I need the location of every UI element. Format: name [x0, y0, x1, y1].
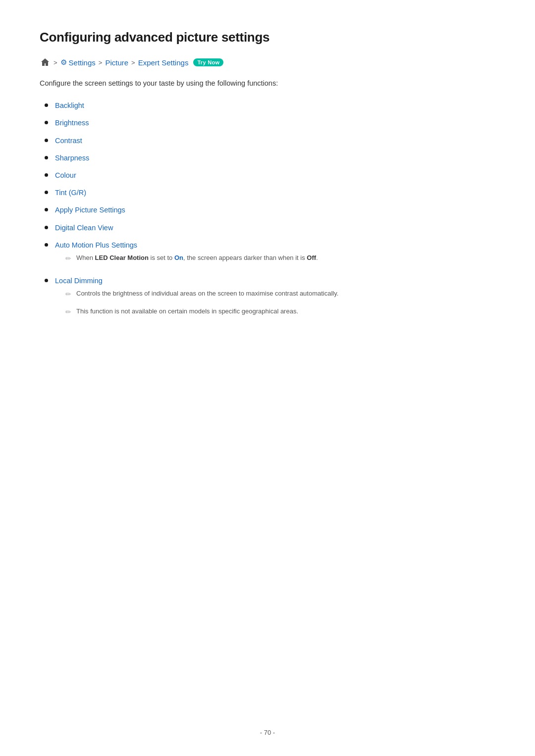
bullet-dot — [45, 121, 48, 124]
bullet-dot — [45, 139, 48, 142]
list-item-label[interactable]: Tint (G/R) — [55, 187, 86, 199]
auto-motion-note: ✏ When LED Clear Motion is set to On, th… — [65, 253, 318, 264]
breadcrumb: > ⚙ Settings > Picture > Expert Settings… — [40, 57, 446, 68]
list-item-local-dimming: Local Dimming ✏ Controls the brightness … — [45, 275, 446, 323]
bullet-dot — [45, 156, 48, 159]
list-item-label[interactable]: Auto Motion Plus Settings — [55, 240, 137, 251]
gear-icon: ⚙ — [60, 58, 67, 67]
local-dimming-note-2: ✏ This function is not available on cert… — [65, 306, 298, 318]
pencil-icon: ✏ — [65, 253, 71, 264]
breadcrumb-picture-label[interactable]: Picture — [105, 58, 128, 67]
bullet-dot — [45, 243, 48, 247]
list-item-tint: Tint (G/R) — [45, 187, 446, 199]
breadcrumb-settings: ⚙ Settings — [60, 58, 96, 67]
list-item-label[interactable]: Brightness — [55, 117, 89, 129]
list-item-sharpness: Sharpness — [45, 152, 446, 164]
page-title: Configuring advanced picture settings — [40, 30, 446, 45]
list-item-label[interactable]: Contrast — [55, 135, 82, 147]
pencil-icon: ✏ — [65, 307, 71, 318]
bullet-dot — [45, 226, 48, 229]
feature-list: Backlight Brightness Contrast Sharpness … — [45, 100, 446, 323]
list-item-label[interactable]: Sharpness — [55, 152, 89, 164]
local-dimming-note-text-1: Controls the brightness of individual ar… — [76, 289, 338, 299]
bullet-dot — [45, 279, 48, 282]
list-item-brightness: Brightness — [45, 117, 446, 129]
list-item-label[interactable]: Digital Clean View — [55, 222, 113, 234]
bullet-dot — [45, 208, 48, 211]
page-number: - 70 - — [260, 729, 275, 736]
breadcrumb-settings-label[interactable]: Settings — [69, 58, 96, 67]
home-icon — [40, 57, 51, 68]
breadcrumb-sep-1: > — [54, 59, 57, 66]
list-item-colour: Colour — [45, 170, 446, 181]
list-item-label[interactable]: Backlight — [55, 100, 84, 111]
list-item-label[interactable]: Apply Picture Settings — [55, 204, 125, 216]
page-footer: - 70 - — [0, 729, 535, 736]
local-dimming-note-text-2: This function is not available on certai… — [76, 306, 298, 316]
breadcrumb-expert-label[interactable]: Expert Settings — [138, 58, 189, 67]
list-item-digital-clean: Digital Clean View — [45, 222, 446, 234]
list-item-contrast: Contrast — [45, 135, 446, 147]
list-item-backlight: Backlight — [45, 100, 446, 111]
local-dimming-note-1: ✏ Controls the brightness of individual … — [65, 289, 338, 300]
pencil-icon: ✏ — [65, 289, 71, 300]
list-item-label[interactable]: Local Dimming — [55, 275, 103, 287]
try-now-badge[interactable]: Try Now — [193, 58, 223, 66]
breadcrumb-sep-3: > — [131, 59, 135, 66]
bullet-dot — [45, 191, 48, 194]
list-item-auto-motion: Auto Motion Plus Settings ✏ When LED Cle… — [45, 240, 446, 269]
list-item-label[interactable]: Colour — [55, 170, 76, 181]
breadcrumb-sep-2: > — [99, 59, 103, 66]
auto-motion-note-text: When LED Clear Motion is set to On, the … — [76, 253, 318, 263]
list-item-apply-picture: Apply Picture Settings — [45, 204, 446, 216]
bullet-dot — [45, 103, 48, 107]
intro-text: Configure the screen settings to your ta… — [40, 78, 446, 89]
bullet-dot — [45, 173, 48, 177]
